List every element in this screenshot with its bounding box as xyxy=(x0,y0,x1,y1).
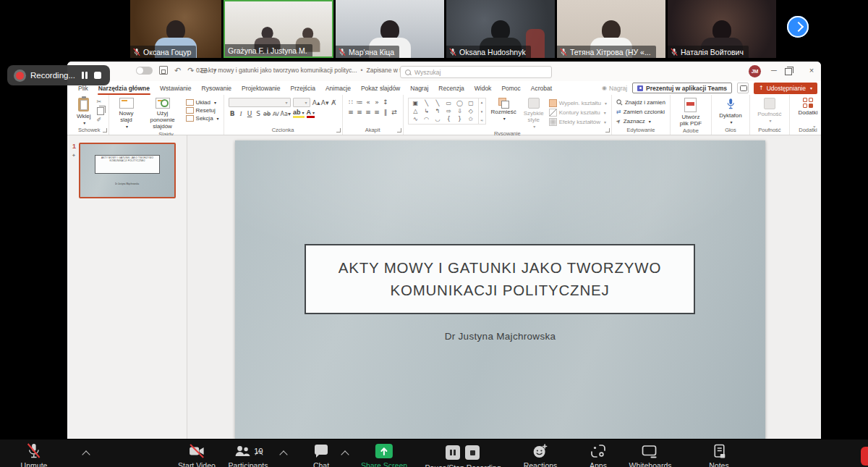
tab-pomoc[interactable]: Pomoc xyxy=(496,81,525,95)
paragraph-tool-icon[interactable]: ≡ xyxy=(373,109,381,116)
shape-icon[interactable]: ⇨ xyxy=(443,107,454,115)
section-button[interactable]: Sekcja xyxy=(186,115,219,122)
paragraph-tool-icon[interactable]: « xyxy=(365,98,373,106)
tab-widok[interactable]: Widok xyxy=(469,81,497,95)
shape-icon[interactable]: ⇩ xyxy=(454,107,465,115)
shape-icon[interactable]: ▢ xyxy=(465,99,476,107)
quick-styles-button[interactable]: Szybkie style xyxy=(522,98,546,130)
font-name-select[interactable] xyxy=(229,98,291,107)
select-button[interactable]: ➤ Zaznacz xyxy=(616,118,665,125)
audio-options-caret[interactable] xyxy=(82,450,90,458)
shape-effects-button[interactable]: Efekty kształtów xyxy=(549,118,607,126)
shape-icon[interactable]: ▣ xyxy=(410,99,421,107)
paragraph-tool-icon[interactable]: ↕ xyxy=(382,98,390,106)
paragraph-tool-icon[interactable]: ≡ xyxy=(365,109,373,116)
tab-projektowanie[interactable]: Projektowanie xyxy=(237,81,285,95)
shapes-gallery-scrollbar[interactable]: ▴▾≂ xyxy=(479,98,486,125)
paragraph-tool-icon[interactable]: » xyxy=(373,98,381,106)
format-painter-icon[interactable]: ✐ xyxy=(97,117,104,123)
paste-button[interactable]: Wklej xyxy=(75,98,93,126)
share-button[interactable]: ↑ Udostępnianie xyxy=(754,83,817,94)
share-screen-button[interactable]: Share Screen xyxy=(361,443,407,467)
unmute-button[interactable]: Unmute xyxy=(21,443,48,467)
dialog-launcher-icon[interactable] xyxy=(605,128,610,132)
font-format-icon[interactable]: I xyxy=(237,110,245,117)
video-tile[interactable]: Oksana Hudoshnyk xyxy=(446,0,555,58)
arrange-button[interactable]: Rozmieść xyxy=(489,98,519,122)
start-video-button[interactable]: Start Video xyxy=(178,443,216,467)
dictate-button[interactable]: Dyktafon xyxy=(716,98,745,125)
shape-icon[interactable]: ◡ xyxy=(432,115,443,123)
search-input[interactable]: Wyszukaj xyxy=(400,66,552,78)
tab-rysowanie[interactable]: Rysowanie xyxy=(197,81,237,95)
video-tile[interactable]: Наталія Войтович xyxy=(668,0,776,58)
autosave-toggle[interactable] xyxy=(136,67,153,75)
redo-icon[interactable]: ↷ xyxy=(187,67,194,75)
shape-icon[interactable]: △ xyxy=(410,107,421,115)
shape-icon[interactable]: ╲ xyxy=(432,99,443,107)
tab-pokaz-slajdow[interactable]: Pokaz slajdów xyxy=(356,81,405,95)
font-format-icon[interactable]: ab xyxy=(263,111,271,117)
shape-icon[interactable]: ◇ xyxy=(465,107,476,115)
sensitivity-button[interactable]: Poufność xyxy=(754,98,785,124)
undo-icon[interactable]: ↶ xyxy=(174,67,181,75)
stop-recording-button[interactable] xyxy=(465,445,480,460)
reuse-slides-button[interactable]: Użyj ponownie slajdów xyxy=(143,98,182,130)
font-format-icon[interactable]: U xyxy=(246,110,254,117)
shape-icon[interactable]: ◠ xyxy=(421,115,432,123)
tab-recenzja[interactable]: Recenzja xyxy=(433,81,469,95)
shape-icon[interactable]: { xyxy=(443,115,454,123)
comments-button[interactable] xyxy=(737,83,749,93)
font-size-tool-icon[interactable]: Ⱥ xyxy=(330,99,338,106)
tab-animacje[interactable]: Animacje xyxy=(320,81,356,95)
present-in-teams-button[interactable]: Prezentuj w aplikacji Teams xyxy=(632,83,732,93)
reactions-button[interactable]: Reactions xyxy=(524,443,558,467)
replace-fonts-button[interactable]: ⇄ Zamień czcionki xyxy=(616,109,665,115)
notes-button[interactable]: Notes xyxy=(709,443,728,467)
paragraph-tool-icon[interactable]: ‖ xyxy=(382,109,390,116)
minimize-button[interactable]: ─ xyxy=(766,66,782,75)
record-button[interactable]: ◉ Nagraj xyxy=(602,85,627,92)
paragraph-tool-icon[interactable]: ≡ xyxy=(347,109,355,116)
paragraph-tool-icon[interactable]: ⇄ xyxy=(391,109,399,116)
shape-outline-button[interactable]: Kontury kształtu xyxy=(549,109,607,117)
addins-button[interactable]: Dodatki xyxy=(794,98,821,116)
new-slide-button[interactable]: Nowy slajd xyxy=(114,98,140,130)
shape-icon[interactable]: ▭ xyxy=(443,99,454,107)
collapse-ribbon-icon[interactable]: ˅ xyxy=(813,125,817,132)
shape-icon[interactable]: ◯ xyxy=(454,99,465,107)
font-format-icon[interactable]: Aa▾ xyxy=(281,111,291,117)
dialog-launcher-icon[interactable] xyxy=(336,128,341,132)
paragraph-tool-icon[interactable]: ∷ xyxy=(347,98,355,106)
slide[interactable]: AKTY MOWY I GATUNKI JAKO TWORZYWO KOMUNI… xyxy=(235,140,765,439)
participants-options-caret[interactable] xyxy=(279,450,287,458)
shape-icon[interactable]: ✩ xyxy=(465,115,476,123)
stop-recording-icon[interactable] xyxy=(94,72,101,79)
find-replace-button[interactable]: Znajdź i zamień xyxy=(616,99,665,106)
tab-acrobat[interactable]: Acrobat xyxy=(526,81,557,95)
dialog-launcher-icon[interactable] xyxy=(103,128,107,132)
video-tile[interactable]: Мар'яна Кіца xyxy=(336,0,444,58)
slide-thumbnail-selected[interactable]: AKTY MOWY I GATUNKI JAKO TWORZYWO KOMUNI… xyxy=(79,143,176,198)
whiteboards-button[interactable]: Whiteboards xyxy=(629,443,672,467)
font-format-icon[interactable]: B xyxy=(229,110,237,117)
font-format-icon[interactable]: AV xyxy=(272,111,280,117)
chat-options-caret[interactable] xyxy=(341,450,349,458)
restore-button[interactable] xyxy=(785,68,792,75)
paragraph-tool-icon[interactable]: ≡ xyxy=(356,109,364,116)
dialog-launcher-icon[interactable] xyxy=(397,128,401,132)
layout-button[interactable]: Układ xyxy=(186,99,219,106)
video-tile[interactable]: Тетяна Хітрова (НУ «... xyxy=(557,0,665,58)
font-color-button[interactable]: A xyxy=(307,109,315,118)
video-tile-active-speaker[interactable]: Grażyna F. i Justyna M. xyxy=(224,0,333,58)
shape-icon[interactable]: } xyxy=(454,115,465,123)
save-icon[interactable] xyxy=(159,66,168,75)
chat-button[interactable]: Chat xyxy=(312,443,330,467)
font-size-tool-icon[interactable]: A▾ xyxy=(321,99,329,106)
slide-subtitle[interactable]: Dr Justyna Majchrowska xyxy=(235,331,765,342)
tab-przejscia[interactable]: Przejścia xyxy=(285,81,320,95)
next-videos-page-button[interactable] xyxy=(787,16,809,38)
copy-icon[interactable] xyxy=(97,107,104,115)
end-meeting-button[interactable] xyxy=(861,447,868,466)
shape-icon[interactable]: ↳ xyxy=(421,107,432,115)
